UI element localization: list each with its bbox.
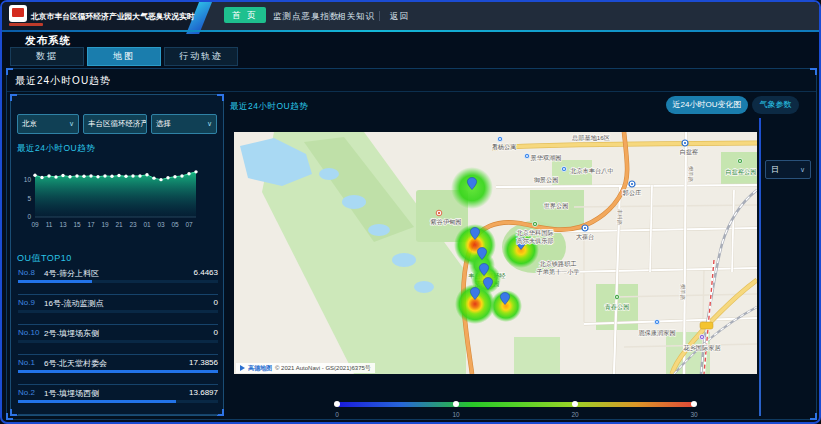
svg-text:樊羊路: 樊羊路 [688, 166, 694, 183]
tab-data[interactable]: 数据 [10, 47, 84, 66]
park-icon [737, 158, 742, 163]
svg-text:5: 5 [27, 195, 31, 202]
row-divider [18, 414, 218, 415]
chevron-down-icon: ∨ [69, 120, 74, 128]
svg-text:21: 21 [115, 221, 123, 228]
scale-tick-label: 10 [452, 411, 459, 418]
amap-logo-icon [240, 365, 245, 371]
corner-accent [217, 94, 224, 101]
heatmap-map[interactable]: 丰台区循环经 济产业园 [234, 132, 757, 374]
top-list-title: OU值TOP10 [17, 252, 72, 265]
svg-text:总部基地16区: 总部基地16区 [571, 134, 610, 142]
weather-params-button[interactable]: 气象参数 [752, 96, 799, 114]
svg-text:看杨公寓: 看杨公寓 [492, 143, 517, 151]
svg-text:高尔夫俱乐部: 高尔夫俱乐部 [516, 237, 553, 245]
corner-accent [10, 94, 17, 101]
ou-color-scale: 0 10 20 30 [337, 402, 694, 407]
svg-text:紫谷伊甸园: 紫谷伊甸园 [430, 218, 462, 226]
svg-text:北京华科国际: 北京华科国际 [516, 229, 553, 237]
city-select[interactable]: 北京 ∨ [17, 114, 79, 134]
nav-item-knowledge[interactable]: 相关知识 [337, 11, 375, 23]
publish-system-label: 发布系统 [25, 34, 71, 48]
ou-change-chart-button[interactable]: 近24小时OU变化图 [666, 96, 748, 114]
poi-icon [699, 334, 704, 339]
scale-marker [334, 401, 340, 407]
svg-text:09: 09 [31, 221, 39, 228]
svg-text:17: 17 [87, 221, 95, 228]
ou-value: 0 [214, 328, 218, 337]
svg-text:03: 03 [157, 221, 165, 228]
nav-separator [379, 11, 380, 21]
toplist-row[interactable]: No.2 1号-填埋场西侧 13.6897 [18, 385, 218, 415]
toplist-row[interactable]: No.10 2号-填埋场东侧 0 [18, 325, 218, 355]
metro-station-icon [682, 140, 688, 146]
svg-text:10: 10 [24, 176, 32, 183]
svg-text:01: 01 [143, 221, 151, 228]
nav-item-home[interactable]: 首 页 [224, 7, 266, 23]
chevron-down-icon: ∨ [207, 120, 212, 128]
scale-marker [453, 401, 459, 407]
svg-text:11: 11 [46, 221, 53, 228]
rank-badge: No.8 [18, 268, 35, 277]
ou-value: 13.6897 [189, 388, 218, 397]
header-bar: 北京市丰台区循环经济产业园大气恶臭状况实时 首 页 监测点恶臭指数 相关知识 返… [2, 2, 819, 30]
section-title-divider [7, 91, 816, 92]
svg-text:世界公园: 世界公园 [544, 202, 569, 210]
toplist-row[interactable]: No.1 6号-北天堂村委会 17.3856 [18, 355, 218, 385]
app-logo [9, 5, 27, 22]
svg-text:23: 23 [129, 221, 137, 228]
chevron-down-icon: ∨ [800, 166, 805, 174]
value-bar-track [18, 400, 218, 403]
poi-icon [436, 210, 442, 216]
corner-accent [10, 409, 17, 416]
poi-icon [561, 166, 566, 171]
district-select-value: 丰台区循环经济产 [88, 119, 147, 129]
station-select-value: 选择 [156, 119, 171, 129]
rank-badge: No.1 [18, 358, 35, 367]
metro-station-icon [582, 225, 588, 231]
section-title: 最近24小时OU趋势 [15, 74, 111, 88]
poi-icon [654, 319, 659, 324]
poi-icon [524, 153, 529, 158]
corner-accent [810, 413, 817, 420]
svg-text:子弟第十一小学: 子弟第十一小学 [536, 268, 579, 276]
scale-marker [691, 401, 697, 407]
district-select[interactable]: 丰台区循环经济产 ∨ [83, 114, 147, 134]
app-logo-glyph [12, 8, 24, 17]
value-bar-track [18, 310, 218, 313]
svg-text:0: 0 [27, 213, 31, 220]
map-section-title: 最近24小时OU趋势 [230, 101, 308, 113]
amap-logo-text: 高德地图 [248, 364, 272, 373]
svg-text:花乡国际家居: 花乡国际家居 [683, 344, 721, 352]
rank-badge: No.9 [18, 298, 35, 307]
value-bar [18, 400, 176, 403]
station-select[interactable]: 选择 ∨ [151, 114, 217, 134]
value-bar [18, 280, 92, 283]
svg-text:13: 13 [59, 221, 67, 228]
svg-text:樊羊路: 樊羊路 [680, 284, 686, 301]
svg-text:北京铁路职工: 北京铁路职工 [539, 260, 576, 268]
ou-trend-chart: 0510091113151719212301030507 [13, 153, 203, 231]
ou-value: 0 [214, 298, 218, 307]
nav-item-back[interactable]: 返回 [390, 11, 409, 23]
tab-map[interactable]: 地图 [87, 47, 161, 66]
toplist-row[interactable]: No.8 4号-筛分上料区 6.4463 [18, 265, 218, 295]
metro-station-icon [629, 181, 635, 187]
road-shield-badge [700, 322, 713, 329]
value-bar [18, 370, 218, 373]
time-granularity-select[interactable]: 日 ∨ [765, 160, 811, 179]
panel-divider [759, 118, 761, 416]
tab-track[interactable]: 行动轨迹 [164, 47, 238, 66]
rank-badge: No.10 [18, 328, 39, 337]
page-title: 北京市丰台区循环经济产业园大气恶臭状况实时 [31, 11, 195, 22]
svg-text:白盆窑: 白盆窑 [680, 148, 699, 156]
svg-text:郭公庄: 郭公庄 [622, 189, 642, 197]
map-attribution: 高德地图 © 2021 AutoNavi - GS(2021)6375号 [236, 363, 375, 373]
value-bar-track [18, 280, 218, 283]
header-underline [2, 30, 819, 32]
app-logo-subtext-decoration [9, 23, 43, 26]
toplist-row[interactable]: No.9 16号-流动监测点 0 [18, 295, 218, 325]
svg-text:丰科路: 丰科路 [617, 209, 623, 226]
ou-value: 6.4463 [194, 268, 218, 277]
left-panel: 北京 ∨ 丰台区循环经济产 ∨ 选择 ∨ 最近24小时OU趋势 05100911… [10, 94, 224, 416]
